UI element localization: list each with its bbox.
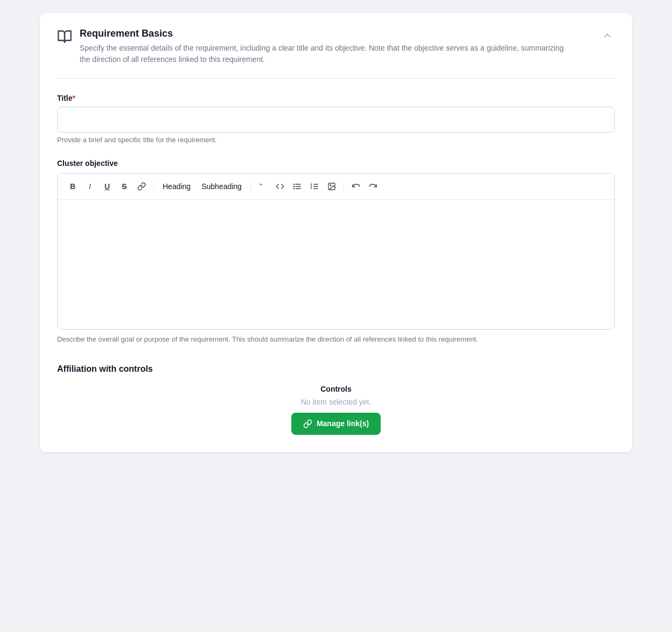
code-button[interactable]: [272, 179, 288, 194]
cluster-hint: Describe the overall goal or purpose of …: [57, 334, 615, 345]
title-field: Title* Provide a brief and specific titl…: [57, 94, 615, 144]
underline-button[interactable]: U: [100, 179, 115, 194]
ordered-list-button[interactable]: 1 2 3: [307, 179, 322, 194]
requirement-basics-card: Requirement Basics Specify the essential…: [40, 13, 632, 452]
svg-point-5: [293, 186, 294, 186]
svg-point-6: [293, 188, 294, 189]
redo-button[interactable]: [366, 179, 381, 194]
image-button[interactable]: [324, 179, 339, 194]
manage-links-label: Manage link(s): [317, 419, 369, 428]
link-button[interactable]: [134, 179, 149, 194]
toolbar-separator-3: [344, 181, 344, 192]
controls-label: Controls: [320, 385, 352, 393]
form-body: Title* Provide a brief and specific titl…: [40, 79, 632, 452]
editor-toolbar: B I U S Heading Subheading: [58, 173, 614, 200]
svg-text:3: 3: [311, 187, 312, 190]
svg-point-14: [330, 185, 331, 186]
section-description: Specify the essential details of the req…: [80, 43, 564, 65]
italic-button[interactable]: I: [82, 179, 97, 194]
controls-area: Controls No item selected yet. Manage li…: [57, 385, 615, 435]
rich-text-editor: B I U S Heading Subheading: [57, 173, 615, 330]
collapse-button[interactable]: [600, 28, 615, 45]
manage-links-icon: [303, 419, 312, 428]
cluster-label: Cluster objective: [57, 159, 615, 168]
toolbar-separator-1: [153, 181, 154, 192]
subheading-button[interactable]: Subheading: [197, 179, 246, 194]
affiliation-section: Affiliation with controls Controls No it…: [57, 364, 615, 435]
undo-button[interactable]: [348, 179, 363, 194]
heading-button[interactable]: Heading: [158, 179, 195, 194]
manage-links-button[interactable]: Manage link(s): [291, 413, 381, 435]
required-marker: *: [73, 94, 75, 102]
strikethrough-button[interactable]: S: [117, 179, 132, 194]
title-hint: Provide a brief and specific title for t…: [57, 136, 615, 144]
section-header-text: Requirement Basics Specify the essential…: [80, 28, 564, 65]
svg-text:": ": [259, 182, 263, 190]
toolbar-separator-2: [250, 181, 251, 192]
section-header-left: Requirement Basics Specify the essential…: [57, 28, 564, 65]
cluster-objective-field: Cluster objective B I U S: [57, 159, 615, 345]
section-title: Requirement Basics: [80, 28, 564, 39]
svg-point-4: [293, 184, 294, 184]
book-icon: [57, 29, 72, 46]
blockquote-button[interactable]: ": [255, 179, 270, 194]
bold-button[interactable]: B: [65, 179, 80, 194]
section-header: Requirement Basics Specify the essential…: [40, 13, 632, 78]
affiliation-title: Affiliation with controls: [57, 364, 615, 374]
editor-content[interactable]: [58, 200, 614, 329]
title-input[interactable]: [57, 107, 615, 133]
title-label: Title*: [57, 94, 615, 102]
bullet-list-button[interactable]: [290, 179, 305, 194]
controls-empty-state: No item selected yet.: [301, 398, 372, 406]
